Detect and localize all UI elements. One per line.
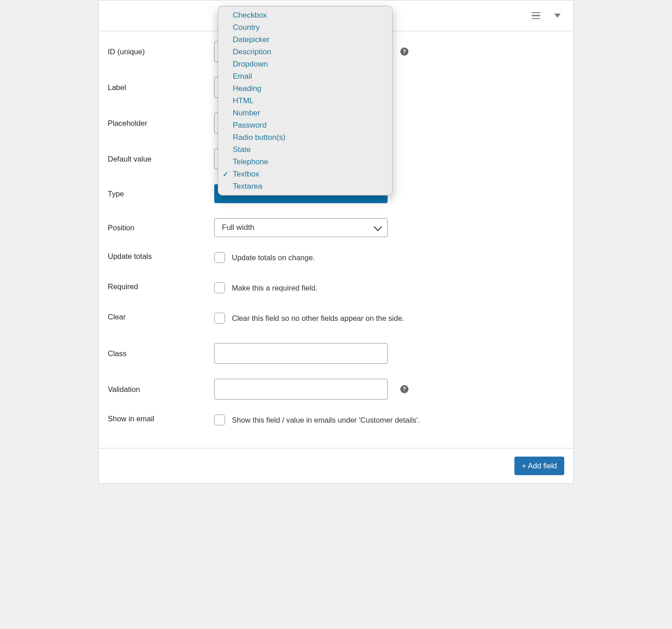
add-field-button[interactable]: + Add field <box>514 457 564 475</box>
dropdown-option-heading[interactable]: Heading <box>218 82 392 95</box>
cb-label-show-in-email: Show this field / value in emails under … <box>232 416 420 424</box>
label-update-totals: Update totals <box>108 252 214 261</box>
dropdown-option-label: Checkbox <box>233 11 267 20</box>
help-icon[interactable]: ? <box>400 385 408 393</box>
dropdown-option-textarea[interactable]: Textarea <box>218 180 392 192</box>
input-class[interactable] <box>214 343 388 364</box>
chevron-down-icon[interactable] <box>550 8 565 24</box>
label-type: Type <box>108 190 214 198</box>
checkbox-clear[interactable] <box>214 313 225 324</box>
dropdown-option-number[interactable]: Number <box>218 107 392 119</box>
input-validation[interactable] <box>214 379 388 400</box>
dropdown-option-country[interactable]: Country <box>218 21 392 33</box>
select-position[interactable]: Full width <box>214 218 388 237</box>
select-position-value: Full width <box>222 223 254 232</box>
dropdown-option-label: Dropdown <box>233 60 268 69</box>
label-clear: Clear <box>108 313 214 321</box>
help-icon[interactable]: ? <box>400 48 408 56</box>
dropdown-option-label: Heading <box>233 84 261 93</box>
dropdown-option-telephone[interactable]: Telephone <box>218 156 392 168</box>
dropdown-option-label: Number <box>233 109 260 118</box>
checkbox-show-in-email[interactable] <box>214 415 225 425</box>
label-class: Class <box>108 349 214 358</box>
dropdown-option-html[interactable]: HTML <box>218 95 392 107</box>
panel-footer: + Add field <box>99 448 573 483</box>
cb-label-clear: Clear this field so no other fields appe… <box>232 314 404 323</box>
row-position: Position Full width <box>108 218 564 237</box>
dropdown-option-label: Country <box>233 23 260 32</box>
dropdown-option-radio-button-s-[interactable]: Radio button(s) <box>218 131 392 143</box>
row-show-in-email: Show in email Show this field / value in… <box>108 415 564 430</box>
dropdown-option-password[interactable]: Password <box>218 119 392 131</box>
dropdown-option-email[interactable]: Email <box>218 70 392 82</box>
chevron-down-icon <box>374 226 381 229</box>
cb-label-required: Make this a required field. <box>232 284 317 292</box>
row-clear: Clear Clear this field so no other field… <box>108 313 564 328</box>
row-validation: Validation ? <box>108 379 564 400</box>
dropdown-option-label: Textbox <box>233 170 259 179</box>
dropdown-option-datepicker[interactable]: Datepicker <box>218 33 392 46</box>
row-update-totals: Update totals Update totals on change. <box>108 252 564 267</box>
dropdown-option-state[interactable]: State <box>218 143 392 156</box>
dropdown-option-label: Textarea <box>233 182 262 191</box>
dropdown-option-label: Description <box>233 48 271 57</box>
row-required: Required Make this a required field. <box>108 282 564 298</box>
label-required: Required <box>108 282 214 291</box>
dropdown-option-label: Password <box>233 121 267 130</box>
label-show-in-email: Show in email <box>108 415 214 423</box>
dropdown-option-dropdown[interactable]: Dropdown <box>218 58 392 70</box>
type-dropdown-menu: CheckboxCountryDatepickerDescriptionDrop… <box>218 6 393 195</box>
label-label: Label <box>108 83 214 92</box>
label-default-value: Default value <box>108 155 214 163</box>
dropdown-option-label: Telephone <box>233 157 268 167</box>
dropdown-option-label: HTML <box>233 96 254 105</box>
row-class: Class <box>108 343 564 364</box>
dropdown-option-textbox[interactable]: ✓Textbox <box>218 168 392 180</box>
label-id: ID (unique) <box>108 48 214 56</box>
checkbox-required[interactable] <box>214 282 225 293</box>
dropdown-option-label: State <box>233 145 251 154</box>
checkbox-update-totals[interactable] <box>214 252 225 263</box>
dropdown-option-checkbox[interactable]: Checkbox <box>218 9 392 21</box>
cb-label-update-totals: Update totals on change. <box>232 253 315 262</box>
check-icon: ✓ <box>223 170 229 178</box>
dropdown-option-description[interactable]: Description <box>218 46 392 58</box>
dropdown-option-label: Radio button(s) <box>233 133 285 142</box>
dropdown-option-label: Email <box>233 72 252 81</box>
label-placeholder: Placeholder <box>108 119 214 128</box>
label-validation: Validation <box>108 385 214 394</box>
menu-icon[interactable] <box>528 8 543 24</box>
label-position: Position <box>108 224 214 232</box>
dropdown-option-label: Datepicker <box>233 35 269 44</box>
